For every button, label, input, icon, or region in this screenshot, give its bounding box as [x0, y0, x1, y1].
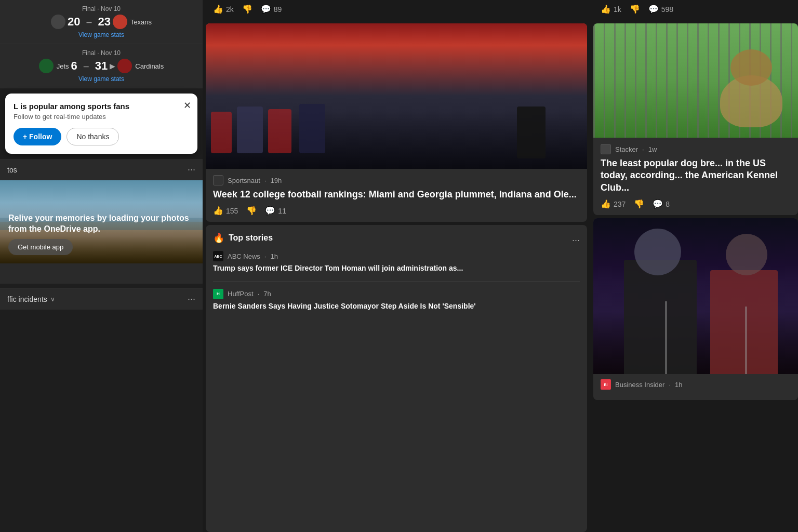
football-article-card: Sportsnaut · 19h Week 12 college footbal… [206, 23, 587, 222]
team3: Jets [39, 59, 69, 73]
left-panel: Final · Nov 10 20 – 23 Texans View game … [0, 0, 203, 532]
thumbs-down-icon-football: 👎 [246, 206, 257, 216]
thumbs-up-icon: 👍 [213, 4, 223, 14]
popup-actions: + Follow No thanks [14, 128, 189, 145]
traffic-more-button[interactable]: ··· [188, 294, 195, 304]
politics-card: BI Business Insider · 1h [593, 218, 798, 400]
thumbs-up-button-top-middle[interactable]: 👍 2k [213, 4, 234, 14]
team2-name: Texans [130, 18, 152, 26]
view-stats-1[interactable]: View game stats [7, 31, 195, 38]
thumbs-down-dog[interactable]: 👎 [634, 199, 644, 209]
popup-notification: ✕ L is popular among sports fans Follow … [5, 94, 197, 154]
business-insider-icon: BI [601, 379, 611, 390]
politics-image [593, 218, 798, 374]
comments-football: 11 [278, 207, 286, 215]
sportsnaut-icon [213, 175, 223, 185]
story1-time: 1h [270, 252, 277, 260]
score2-team2: 31 [95, 59, 108, 73]
team2-logo [113, 15, 127, 29]
traffic-card-title: ffic incidents [7, 295, 47, 303]
team2: Texans [113, 15, 152, 29]
comment-button-top-right[interactable]: 💬 598 [648, 4, 673, 14]
beach-photo: Relive your memories by loading your pho… [0, 180, 203, 263]
likes-count-top-right: 1k [614, 5, 621, 14]
top-stories-more[interactable]: ... [572, 233, 580, 244]
team3-name: Jets [57, 62, 69, 70]
popup-title: L is popular among sports fans [14, 102, 189, 111]
photos-more-button[interactable]: ··· [188, 164, 195, 175]
story-item-2[interactable]: H HuffPost · 7h Bernie Sanders Says Havi… [213, 289, 580, 312]
politics-card-meta: BI Business Insider · 1h [593, 374, 798, 400]
get-app-button[interactable]: Get mobile app [8, 239, 73, 255]
score-card-2: Final · Nov 10 Jets 6 – 31 ▶ Cardinals V… [0, 44, 203, 88]
comment-football[interactable]: 💬 11 [265, 206, 286, 216]
comments-count-top-right: 598 [661, 5, 673, 14]
source-row-football: Sportsnaut · 19h [213, 175, 580, 185]
traffic-card[interactable]: ffic incidents ∨ ··· [0, 288, 203, 310]
source-time-football-val: 19h [271, 177, 282, 184]
top-stories-header: 🔥 Top stories ... [213, 232, 580, 244]
popup-subtitle: Follow to get real-time updates [14, 113, 189, 121]
no-thanks-button[interactable]: No thanks [66, 128, 119, 145]
story2-time: 7h [263, 290, 271, 298]
thumbs-down-button-top-middle[interactable]: 👎 [242, 4, 252, 14]
source-row-dog: Stacker · 1w [601, 144, 791, 154]
photos-card-title: tos [7, 166, 17, 174]
thumbs-up-icon-football: 👍 [213, 206, 223, 216]
comment-dog[interactable]: 💬 8 [653, 199, 670, 209]
source-time-football: · [264, 177, 267, 184]
dog-card-actions: 👍 237 👎 💬 8 [601, 199, 791, 209]
team4-name: Cardinals [135, 62, 164, 70]
thumbs-up-icon-right: 👍 [601, 4, 611, 14]
comment-icon-football: 💬 [265, 206, 275, 216]
popup-close-button[interactable]: ✕ [183, 100, 191, 111]
stacker-icon [601, 144, 611, 154]
score2-team1: 6 [71, 59, 77, 73]
follow-button[interactable]: + Follow [14, 128, 61, 145]
football-article-title: Week 12 college football rankings: Miami… [213, 189, 580, 201]
huffpost-icon: H [213, 289, 223, 299]
thumbs-down-button-top-right[interactable]: 👎 [630, 4, 640, 14]
top-stories-label: Top stories [229, 233, 273, 243]
story2-source: HuffPost [228, 290, 254, 298]
score1-team2: 23 [98, 15, 110, 29]
score-status-2: Final · Nov 10 [7, 49, 195, 57]
abc-news-icon: ABC [213, 251, 223, 261]
thumbs-down-icon-dog: 👎 [634, 199, 644, 209]
comment-icon-dog: 💬 [653, 199, 663, 209]
score1-team1: 20 [68, 15, 80, 29]
top-stories-card: 🔥 Top stories ... ABC ABC News · 1h Trum… [206, 225, 587, 532]
chevron-down-icon: ∨ [50, 296, 55, 303]
story2-title: Bernie Sanders Says Having Justice Sotom… [213, 301, 580, 312]
story-item-1[interactable]: ABC ABC News · 1h Trump says former ICE … [213, 251, 580, 282]
beach-overlay-text: Relive your memories by loading your pho… [8, 213, 194, 235]
football-card-meta: Sportsnaut · 19h Week 12 college footbal… [206, 169, 587, 222]
thumbs-up-button-top-right[interactable]: 👍 1k [601, 4, 621, 14]
score-status-1: Final · Nov 10 [7, 5, 195, 12]
team1-logo [51, 15, 65, 29]
thumbs-up-football[interactable]: 👍 155 [213, 206, 238, 216]
likes-count-top-middle: 2k [226, 5, 234, 14]
thumbs-up-dog[interactable]: 👍 237 [601, 199, 626, 209]
top-like-row-middle: 👍 2k 👎 💬 89 [206, 0, 587, 20]
likes-dog: 237 [614, 200, 626, 208]
team3-logo [39, 59, 54, 73]
right-column: 👍 1k 👎 💬 598 [590, 0, 798, 532]
dog-card-meta: Stacker · 1w The least popular dog bre..… [593, 138, 798, 215]
source-row-politics: BI Business Insider · 1h [601, 379, 791, 390]
top-stories-title: 🔥 Top stories [213, 232, 273, 244]
view-stats-2[interactable]: View game stats [7, 75, 195, 83]
thumbs-down-icon-right: 👎 [630, 4, 640, 14]
likes-football: 155 [226, 207, 238, 215]
team4: Cardinals [117, 59, 164, 73]
source-name-dog: Stacker [615, 145, 638, 153]
comment-button-top-middle[interactable]: 💬 89 [261, 4, 282, 14]
thumbs-down-football[interactable]: 👎 [246, 206, 257, 216]
comment-icon-right: 💬 [648, 4, 659, 14]
middle-column: 👍 2k 👎 💬 89 [203, 0, 590, 532]
story1-title: Trump says former ICE Director Tom Homan… [213, 263, 580, 274]
team4-logo [117, 59, 132, 73]
football-image [206, 23, 587, 169]
score-card-1: Final · Nov 10 20 – 23 Texans View game … [0, 0, 203, 44]
source-time-politics: 1h [675, 381, 682, 389]
